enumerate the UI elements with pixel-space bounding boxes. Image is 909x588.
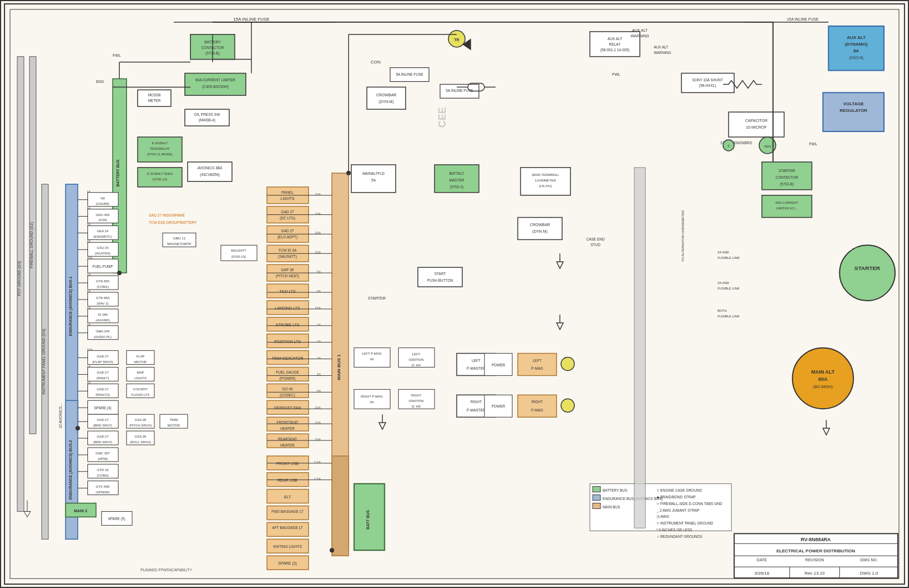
svg-text:5A: 5A bbox=[317, 270, 321, 273]
svg-text:BAUSATT: BAUSATT bbox=[231, 249, 246, 252]
svg-text:STUD: STUD bbox=[590, 243, 600, 247]
svg-text:(DYNAMO): (DYNAMO) bbox=[845, 42, 868, 47]
svg-text:LEFT: LEFT bbox=[472, 359, 481, 362]
svg-text:P-MAG: P-MAG bbox=[531, 366, 543, 370]
svg-text:SPARE (4): SPARE (4) bbox=[94, 406, 111, 410]
svg-text:GTN 650: GTN 650 bbox=[96, 280, 110, 283]
svg-text:☆ REDUNDANT GROUNDS: ☆ REDUNDANT GROUNDS bbox=[657, 535, 703, 538]
svg-text:15A INLINE FUSE: 15A INLINE FUSE bbox=[233, 17, 270, 22]
svg-text:2A: 2A bbox=[87, 306, 91, 310]
svg-text:(BC460H): (BC460H) bbox=[813, 384, 833, 389]
svg-text:AUX ALT: AUX ALT bbox=[847, 35, 866, 40]
svg-text:BATTERY BUS: BATTERY BUS bbox=[603, 488, 628, 492]
svg-text:LEFT P-MAG: LEFT P-MAG bbox=[362, 352, 382, 355]
svg-text:MAIN BUS: MAIN BUS bbox=[603, 505, 620, 509]
svg-text:IGNITION: IGNITION bbox=[409, 358, 424, 361]
svg-text:(PITCH SRVO): (PITCH SRVO) bbox=[129, 424, 152, 427]
svg-text:E-SUBALT FEED: E-SUBALT FEED bbox=[147, 172, 173, 175]
svg-text:FUSIBLE LINK: FUSIBLE LINK bbox=[717, 315, 740, 318]
svg-rect-262 bbox=[354, 389, 390, 409]
svg-text:(G30): (G30) bbox=[99, 218, 107, 222]
svg-text:POT GROUND (G3): POT GROUND (G3) bbox=[17, 261, 22, 296]
svg-text:Ⓐ AWG: Ⓐ AWG bbox=[657, 514, 669, 518]
svg-text:SPARE (2): SPARE (2) bbox=[278, 561, 297, 566]
svg-text:▽ INSTRUMENT PANEL GROUND: ▽ INSTRUMENT PANEL GROUND bbox=[657, 521, 713, 525]
svg-text:MOTOR: MOTOR bbox=[134, 360, 147, 364]
svg-text:GSA 28: GSA 28 bbox=[135, 418, 146, 422]
svg-text:MAGNETOMTR: MAGNETOMTR bbox=[167, 242, 192, 246]
svg-text:10 MICROF: 10 MICROF bbox=[746, 125, 766, 129]
svg-rect-241 bbox=[518, 354, 557, 376]
svg-text:SONY 10A SHUNT: SONY 10A SHUNT bbox=[692, 78, 723, 82]
svg-text:(58-HXX1): (58-HXX1) bbox=[699, 84, 716, 88]
svg-text:AVIONICS 3BA: AVIONICS 3BA bbox=[197, 166, 222, 170]
svg-text:SPARE (5): SPARE (5) bbox=[108, 517, 125, 521]
svg-text:(ENGNRTC): (ENGNRTC) bbox=[94, 235, 112, 238]
svg-text:GSU 25: GSU 25 bbox=[97, 246, 109, 249]
svg-text:LEFT: LEFT bbox=[412, 352, 421, 356]
svg-rect-344 bbox=[593, 503, 600, 509]
svg-text:FUSIBLE LINK: FUSIBLE LINK bbox=[717, 287, 740, 290]
svg-text:POSITION LTS: POSITION LTS bbox=[274, 340, 301, 344]
svg-text:CROWBAR: CROWBAR bbox=[376, 93, 396, 97]
svg-text:TAXI LTS: TAXI LTS bbox=[280, 290, 296, 293]
svg-text:15A: 15A bbox=[315, 306, 321, 310]
svg-text:DWG NO.: DWG NO. bbox=[860, 558, 877, 562]
svg-text:REVISION: REVISION bbox=[805, 558, 824, 562]
svg-text:FLAP: FLAP bbox=[136, 355, 145, 358]
svg-text:MAIN ALT: MAIN ALT bbox=[812, 369, 835, 375]
svg-text:1A: 1A bbox=[87, 365, 91, 368]
svg-text:GAD 27: GAD 27 bbox=[281, 210, 294, 214]
svg-text:OIL PRESS SW: OIL PRESS SW bbox=[194, 112, 221, 116]
svg-text:(COM1): (COM1) bbox=[97, 285, 109, 288]
svg-text:(5700-13): (5700-13) bbox=[153, 178, 167, 181]
svg-text:(ELG ADPT): (ELG ADPT) bbox=[277, 235, 297, 239]
svg-rect-249 bbox=[518, 395, 557, 417]
svg-text:15A INLINE FUSE: 15A INLINE FUSE bbox=[787, 17, 819, 21]
svg-text:GAD 27: GAD 27 bbox=[281, 229, 294, 233]
svg-text:CEE: CEE bbox=[437, 107, 448, 128]
svg-text:TCW ESS GROUP/BATTERY: TCW ESS GROUP/BATTERY bbox=[149, 220, 197, 224]
svg-text:P-MAG: P-MAG bbox=[531, 408, 543, 412]
svg-text:10A: 10A bbox=[315, 438, 321, 441]
svg-text:(AGAND): (AGAND) bbox=[96, 318, 110, 322]
svg-text:START: START bbox=[434, 272, 446, 276]
svg-text:GMU 11: GMU 11 bbox=[173, 237, 186, 240]
svg-text:(SAUSATT): (SAUSATT) bbox=[278, 254, 297, 259]
svg-text:STROBE LTS: STROBE LTS bbox=[276, 323, 300, 327]
svg-text:(XPNDR): (XPNDR) bbox=[96, 491, 110, 494]
svg-text:COCKPIT: COCKPIT bbox=[133, 388, 148, 391]
svg-text:(C305-60/C63H): (C305-60/C63H) bbox=[202, 85, 228, 89]
svg-text:RIGHT: RIGHT bbox=[471, 400, 482, 404]
svg-text:▽ FIREWALL-SIDE D-CONN TABS GN: ▽ FIREWALL-SIDE D-CONN TABS GND bbox=[657, 502, 722, 506]
svg-text:PUSH BUTTON: PUSH BUTTON bbox=[427, 278, 453, 282]
svg-point-385 bbox=[117, 271, 121, 275]
svg-text:2A: 2A bbox=[87, 239, 91, 243]
svg-text:CASE END: CASE END bbox=[586, 237, 604, 241]
svg-text:DEFROST FAN: DEFROST FAN bbox=[274, 406, 301, 410]
svg-text:2.5A: 2.5A bbox=[314, 460, 321, 464]
svg-text:GI 260: GI 260 bbox=[97, 313, 108, 316]
svg-text:ELECTRICAL POWER DISTRIBUTION: ELECTRICAL POWER DISTRIBUTION bbox=[776, 548, 855, 553]
svg-text:MAINALTFLD: MAINALTFLD bbox=[363, 171, 385, 175]
svg-rect-63 bbox=[367, 87, 406, 109]
svg-text:LEFT: LEFT bbox=[533, 359, 542, 362]
svg-rect-227 bbox=[518, 218, 563, 240]
svg-text:FWL: FWL bbox=[809, 142, 818, 146]
svg-text:BOTH: BOTH bbox=[717, 309, 727, 312]
svg-text:10A: 10A bbox=[315, 231, 321, 234]
svg-text:(PANLT): (PANLT) bbox=[96, 376, 109, 380]
svg-text:TO ALTERNATOR HORSEMETER: TO ALTERNATOR HORSEMETER bbox=[681, 210, 685, 262]
svg-text:CON: CON bbox=[371, 60, 381, 65]
svg-text:SEN: SEN bbox=[764, 145, 771, 148]
svg-text:LIMITER (C)...: LIMITER (C)... bbox=[776, 207, 798, 210]
svg-text:WARNING: WARNING bbox=[654, 51, 671, 55]
svg-text:2.5A: 2.5A bbox=[314, 477, 321, 481]
svg-text:DWG 1.0: DWG 1.0 bbox=[860, 571, 878, 576]
electrical-diagram: MAIN BUS 1 BATTERY BUS ENDURANCE (AVIONI… bbox=[1, 1, 908, 587]
svg-text:(APNI): (APNI) bbox=[97, 457, 107, 460]
svg-point-387 bbox=[76, 426, 80, 430]
svg-text:(CODEC): (CODEC) bbox=[280, 393, 295, 398]
svg-text:IGNITION: IGNITION bbox=[409, 399, 424, 403]
svg-text:10A: 10A bbox=[315, 193, 321, 196]
